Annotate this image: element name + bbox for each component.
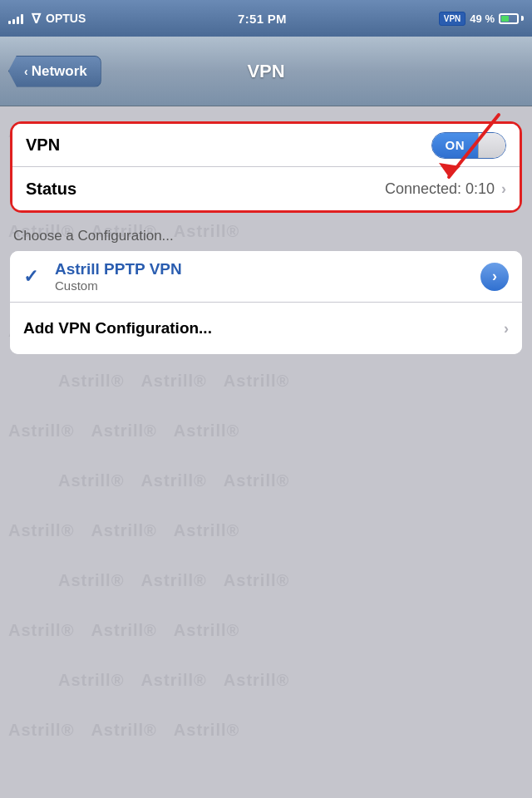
signal-bars-icon: [8, 12, 23, 24]
config-left: ✓ Astrill PPTP VPN Custom: [23, 260, 182, 293]
back-button[interactable]: ‹ Network: [8, 56, 101, 87]
config-name: Astrill PPTP VPN: [55, 260, 182, 278]
status-time: 7:51 PM: [238, 12, 287, 26]
status-value-container: Connected: 0:10 ›: [385, 180, 506, 198]
status-right: VPN 49 %: [439, 12, 524, 26]
add-vpn-row[interactable]: Add VPN Configuration... ›: [10, 303, 522, 354]
config-section-header: Choose a Configuration...: [0, 213, 532, 251]
vpn-status-row[interactable]: Status Connected: 0:10 ›: [12, 167, 520, 210]
config-type: Custom: [55, 278, 182, 293]
vpn-section-wrapper: VPN ON Status Connected: 0:10 ›: [10, 121, 522, 213]
vpn-section-group: VPN ON Status Connected: 0:10 ›: [12, 124, 520, 210]
battery-icon: [499, 13, 524, 24]
status-chevron-icon: ›: [501, 180, 506, 198]
status-left: ∇ OPTUS: [8, 11, 86, 27]
config-section: ✓ Astrill PPTP VPN Custom › Add VPN Conf…: [10, 251, 522, 354]
status-label: Status: [26, 180, 76, 199]
battery-percent: 49 %: [470, 12, 495, 25]
carrier-text: OPTUS: [46, 12, 86, 25]
status-connected-value: Connected: 0:10: [385, 180, 495, 198]
config-info-button[interactable]: ›: [480, 263, 509, 291]
nav-title: VPN: [247, 61, 284, 82]
wifi-icon: ∇: [32, 11, 41, 27]
back-button-label: Network: [32, 63, 87, 80]
main-content: Astrill®Astrill®Astrill® Astrill®Astrill…: [0, 106, 532, 798]
astrill-pptp-row[interactable]: ✓ Astrill PPTP VPN Custom ›: [10, 251, 522, 303]
vpn-status-badge: VPN: [439, 12, 466, 26]
nav-bar: ‹ Network VPN: [0, 37, 532, 106]
back-chevron-icon: ‹: [24, 65, 28, 78]
status-bar: ∇ OPTUS 7:51 PM VPN 49 %: [0, 0, 532, 37]
add-vpn-label: Add VPN Configuration...: [23, 319, 212, 337]
vpn-toggle-switch[interactable]: ON: [431, 132, 506, 159]
add-vpn-right: ›: [504, 320, 509, 337]
vpn-toggle-row[interactable]: VPN ON: [12, 124, 520, 167]
add-vpn-chevron-icon: ›: [504, 320, 509, 337]
toggle-off-area: [478, 133, 505, 158]
config-header-label: Choose a Configuration...: [13, 228, 174, 244]
toggle-on-label: ON: [432, 133, 478, 158]
vpn-label: VPN: [26, 135, 60, 155]
checkmark-icon: ✓: [23, 266, 43, 288]
config-text: Astrill PPTP VPN Custom: [55, 260, 182, 293]
